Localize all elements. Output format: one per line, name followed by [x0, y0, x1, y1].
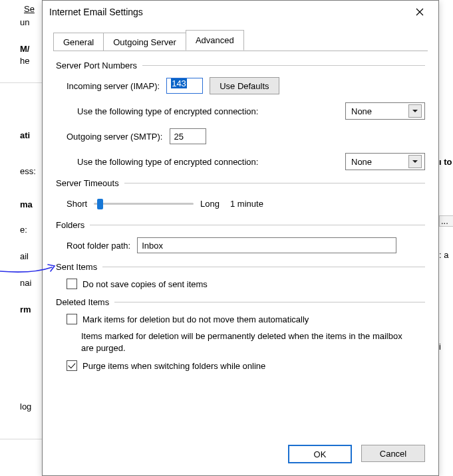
chevron-down-icon: [408, 104, 422, 118]
incoming-encryption-value: None: [351, 106, 372, 116]
dialog-title: Internet Email Settings: [49, 7, 406, 17]
tab-outgoing-server[interactable]: Outgoing Server: [103, 33, 186, 51]
outgoing-encryption-value: None: [351, 157, 372, 167]
group-header-label: Folders: [56, 220, 84, 230]
titlebar: Internet Email Settings: [43, 1, 438, 23]
use-defaults-button[interactable]: Use Defaults: [210, 77, 279, 94]
chevron-down-icon: [408, 155, 422, 168]
group-sent-items: Sent Items Do not save copies of sent it…: [56, 262, 425, 291]
group-folders: Folders Root folder path:: [56, 220, 425, 254]
checkbox[interactable]: [67, 360, 77, 371]
bg-text: ...: [439, 215, 453, 227]
outgoing-server-label: Outgoing server (SMTP):: [67, 132, 163, 142]
root-folder-path-label: Root folder path:: [67, 241, 130, 251]
incoming-server-port-input[interactable]: 143: [166, 78, 203, 94]
dialog-footer: OK Cancel: [43, 435, 438, 475]
group-deleted-items: Deleted Items Mark items for deletion bu…: [56, 297, 425, 372]
group-server-timeouts: Server Timeouts Short Long 1 minute: [56, 178, 425, 212]
checkbox-label: Mark items for deletion but do not move …: [82, 314, 309, 326]
group-header-label: Sent Items: [56, 262, 97, 272]
bg-text: ı to: [439, 157, 453, 167]
checkbox-label: Purge items when switching folders while…: [82, 360, 265, 372]
incoming-encryption-label: Use the following type of encrypted conn…: [77, 106, 258, 116]
ok-button[interactable]: OK: [288, 445, 352, 463]
timeout-long-label: Long: [200, 199, 220, 209]
mark-for-deletion-row[interactable]: Mark items for deletion but do not move …: [67, 314, 425, 326]
checkbox[interactable]: [67, 314, 77, 324]
group-header-label: Server Port Numbers: [56, 60, 137, 70]
timeout-slider[interactable]: [94, 197, 194, 209]
timeout-value: 1 minute: [230, 199, 263, 209]
internet-email-settings-dialog: Internet Email Settings General Outgoing…: [42, 0, 439, 476]
bg-text: i: [439, 342, 453, 352]
root-folder-path-input[interactable]: [137, 237, 396, 253]
tabs: General Outgoing Server Advanced: [43, 23, 438, 51]
checkbox[interactable]: [67, 279, 77, 289]
group-header-label: Server Timeouts: [56, 178, 119, 188]
tab-advanced[interactable]: Advanced: [186, 30, 244, 51]
deleted-items-note: Items marked for deletion will be perman…: [81, 330, 414, 354]
advanced-panel: Server Port Numbers Incoming server (IMA…: [43, 51, 438, 435]
purge-when-switching-row[interactable]: Purge items when switching folders while…: [67, 360, 425, 372]
outgoing-encryption-label: Use the following type of encrypted conn…: [77, 157, 258, 167]
incoming-encryption-select[interactable]: None: [345, 102, 425, 120]
close-icon[interactable]: [406, 3, 433, 21]
tab-general[interactable]: General: [53, 33, 104, 51]
timeout-short-label: Short: [67, 199, 87, 209]
cancel-button[interactable]: Cancel: [361, 445, 425, 462]
group-header-label: Deleted Items: [56, 297, 109, 307]
group-server-port-numbers: Server Port Numbers Incoming server (IMA…: [56, 60, 425, 170]
bg-text: : a: [439, 250, 453, 260]
do-not-save-sent-row[interactable]: Do not save copies of sent items: [67, 279, 425, 291]
outgoing-encryption-select[interactable]: None: [345, 153, 425, 170]
outgoing-server-port-input[interactable]: [170, 128, 206, 144]
checkbox-label: Do not save copies of sent items: [82, 279, 208, 291]
incoming-server-label: Incoming server (IMAP):: [67, 81, 160, 91]
